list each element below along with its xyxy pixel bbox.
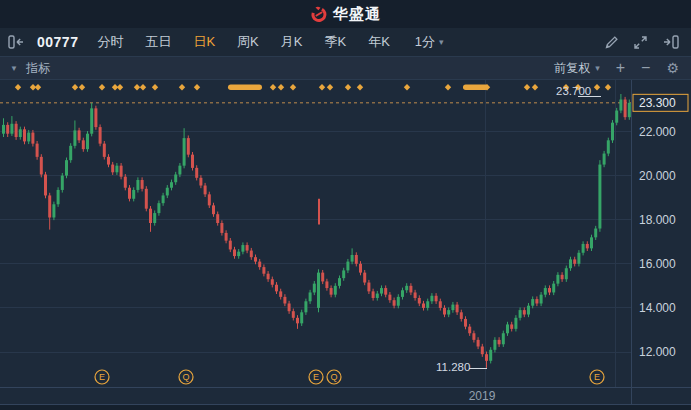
candle-body <box>561 275 564 279</box>
candle-body <box>409 286 412 293</box>
candle-body <box>443 308 446 315</box>
candle-body <box>19 129 22 137</box>
candle-body <box>481 346 484 354</box>
collapse-right-panel-icon[interactable] <box>662 35 679 49</box>
stock-code[interactable]: 00777 <box>37 34 78 50</box>
candle-body <box>10 124 13 134</box>
candle-body <box>594 229 597 238</box>
candle-body <box>90 108 93 133</box>
candle-body <box>422 303 425 307</box>
minute-period-select[interactable]: 1分 ▾ <box>415 33 444 51</box>
candle-body <box>254 257 257 261</box>
chevron-down-icon: ▾ <box>439 37 444 47</box>
candle-body <box>372 291 375 298</box>
candle-body <box>405 286 408 290</box>
candle-body <box>611 123 614 141</box>
candle-body <box>115 166 118 173</box>
report-marker-letter: E <box>99 372 105 382</box>
y-axis-tick-label: 12.000 <box>639 345 676 359</box>
candle-body <box>94 108 97 127</box>
gear-icon[interactable]: ⚙ <box>666 60 679 76</box>
candle-body <box>569 259 572 268</box>
candle-body <box>162 195 165 203</box>
candle-body <box>225 233 228 241</box>
candle-body <box>519 310 522 318</box>
candle-body <box>615 111 618 123</box>
candle-body <box>552 284 555 293</box>
candle-body <box>493 340 496 350</box>
candle-body <box>451 305 454 311</box>
candle-body <box>48 195 51 217</box>
fullscreen-expand-icon[interactable] <box>633 35 648 50</box>
candle-body <box>556 275 559 284</box>
candle-body <box>317 273 320 308</box>
tab-period-3[interactable]: 日K <box>182 33 226 51</box>
candle-body <box>510 324 513 328</box>
tab-period-2[interactable]: 五日 <box>134 33 182 51</box>
candle-body <box>199 178 202 186</box>
candle-body <box>61 176 64 190</box>
candle-body <box>107 157 110 165</box>
candle-body <box>250 251 253 258</box>
candle-body <box>388 295 391 301</box>
x-axis-year-label: 2019 <box>469 389 496 403</box>
candle-body <box>472 333 475 340</box>
candle-body <box>359 264 362 273</box>
candle-body <box>544 288 547 295</box>
tab-period-1[interactable]: 分时 <box>86 33 134 51</box>
y-axis-tick-label: 18.000 <box>639 213 676 227</box>
candle-body <box>325 281 328 288</box>
candle-body <box>334 286 337 295</box>
candle-body <box>577 253 580 264</box>
candle-body <box>141 180 144 189</box>
last-price-label: 23.300 <box>639 96 676 110</box>
candle-body <box>27 133 30 142</box>
zoom-out-button[interactable]: − <box>641 60 650 76</box>
low-price-label: 11.280 <box>436 361 470 373</box>
candle-body <box>523 310 526 314</box>
candle-body <box>531 299 534 306</box>
candle-body <box>279 291 282 297</box>
candle-body <box>435 296 438 302</box>
draw-pencil-icon[interactable] <box>604 35 619 50</box>
indicator-toggle[interactable]: ▼ 指标 <box>10 60 50 77</box>
candle-body <box>246 245 249 251</box>
candle-body <box>187 138 190 155</box>
candle-body <box>216 214 219 223</box>
candle-body <box>468 327 471 334</box>
candle-body <box>414 292 417 298</box>
candle-body <box>321 273 324 282</box>
candle-body <box>128 188 131 199</box>
chart-toolbar: 00777 分时五日日K周K月K季K年K 1分 ▾ <box>0 28 691 56</box>
candle-body <box>498 340 501 344</box>
candle-body <box>136 180 139 190</box>
candle-body <box>229 241 232 250</box>
candle-body <box>304 301 307 312</box>
candle-body <box>36 144 39 157</box>
collapse-left-panel-icon[interactable] <box>8 35 25 49</box>
tab-period-7[interactable]: 年K <box>357 33 401 51</box>
tab-period-6[interactable]: 季K <box>313 33 357 51</box>
app-name: 华盛通 <box>333 5 381 24</box>
zoom-in-button[interactable]: + <box>616 60 625 76</box>
indicator-bar: ▼ 指标 前复权 ▾ + − ⚙ <box>0 56 691 80</box>
candle-body <box>351 255 354 262</box>
candle-body <box>78 130 81 140</box>
adjust-mode-select[interactable]: 前复权 ▾ <box>554 60 600 77</box>
candle-body <box>73 130 76 145</box>
candle-body <box>241 245 244 252</box>
candle-body <box>233 249 236 256</box>
tab-period-5[interactable]: 月K <box>270 33 314 51</box>
candle-body <box>502 333 505 344</box>
event-pill-marker[interactable] <box>463 85 488 91</box>
candle-body <box>275 285 278 292</box>
candle-body <box>271 279 274 285</box>
candle-body <box>204 186 207 195</box>
candle-body <box>338 278 341 286</box>
candle-body <box>418 298 421 304</box>
candle-body <box>607 140 610 153</box>
candle-body <box>170 182 173 188</box>
candle-body <box>57 190 60 204</box>
event-pill-marker[interactable] <box>228 85 262 91</box>
tab-period-4[interactable]: 周K <box>226 33 270 51</box>
